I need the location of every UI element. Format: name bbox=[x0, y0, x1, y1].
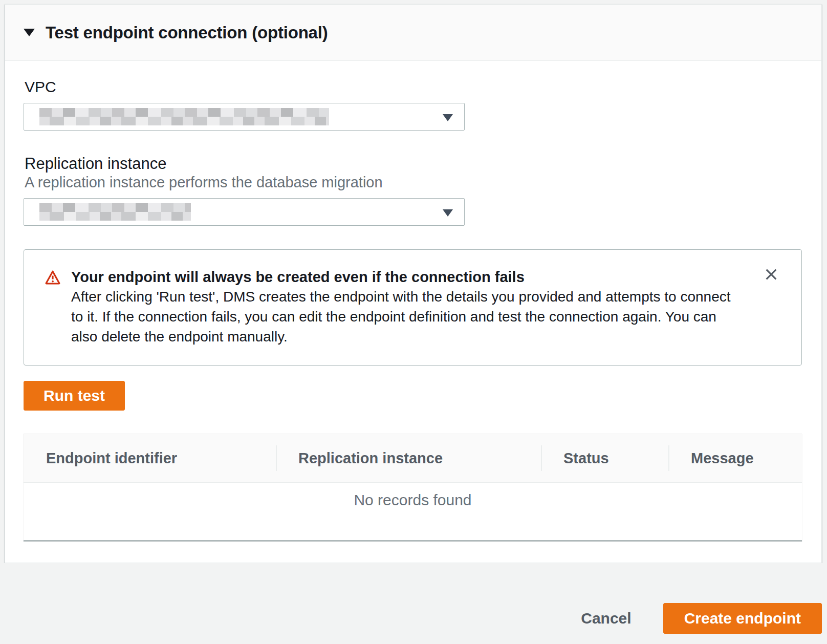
replication-instance-label: Replication instance bbox=[25, 156, 802, 171]
column-header-endpoint-identifier: Endpoint identifier bbox=[24, 434, 276, 482]
replication-instance-select-caret-icon bbox=[443, 209, 453, 217]
warning-alert: Your endpoint will always be created eve… bbox=[24, 249, 802, 366]
cancel-button[interactable]: Cancel bbox=[581, 610, 631, 627]
replication-instance-redacted-value bbox=[39, 203, 191, 221]
column-header-status: Status bbox=[541, 434, 668, 482]
close-icon bbox=[763, 266, 779, 283]
page-actions-footer: Cancel Create endpoint bbox=[0, 563, 827, 644]
create-endpoint-button[interactable]: Create endpoint bbox=[663, 603, 822, 634]
vpc-label: VPC bbox=[25, 79, 802, 95]
replication-instance-description: A replication instance performs the data… bbox=[25, 175, 802, 190]
no-records-message: No records found bbox=[24, 483, 802, 509]
vpc-redacted-value bbox=[39, 108, 329, 125]
alert-dismiss-button[interactable] bbox=[763, 266, 780, 284]
vpc-select-caret-icon bbox=[443, 114, 453, 121]
vpc-select[interactable] bbox=[24, 103, 465, 131]
column-header-message: Message bbox=[668, 434, 802, 482]
collapse-caret-icon bbox=[24, 29, 35, 36]
section-title: Test endpoint connection (optional) bbox=[46, 23, 328, 42]
alert-title: Your endpoint will always be created eve… bbox=[71, 267, 731, 287]
section-body: VPC Replication instance A replication i… bbox=[5, 61, 821, 541]
column-header-replication-instance: Replication instance bbox=[276, 434, 541, 482]
alert-body-line: also delete the endpoint manually. bbox=[71, 327, 731, 347]
section-header[interactable]: Test endpoint connection (optional) bbox=[5, 5, 821, 61]
alert-body-line: to it. If the connection fails, you can … bbox=[71, 307, 731, 327]
alert-body-line: After clicking 'Run test', DMS creates t… bbox=[71, 287, 731, 307]
table-header-row: Endpoint identifier Replication instance… bbox=[24, 434, 802, 483]
test-endpoint-connection-section: Test endpoint connection (optional) VPC … bbox=[5, 4, 822, 563]
test-results-table: Endpoint identifier Replication instance… bbox=[24, 434, 802, 541]
run-test-button[interactable]: Run test bbox=[24, 381, 125, 411]
table-empty-state: No records found bbox=[24, 483, 802, 540]
replication-instance-select[interactable] bbox=[24, 198, 465, 226]
warning-triangle-icon bbox=[45, 269, 61, 286]
